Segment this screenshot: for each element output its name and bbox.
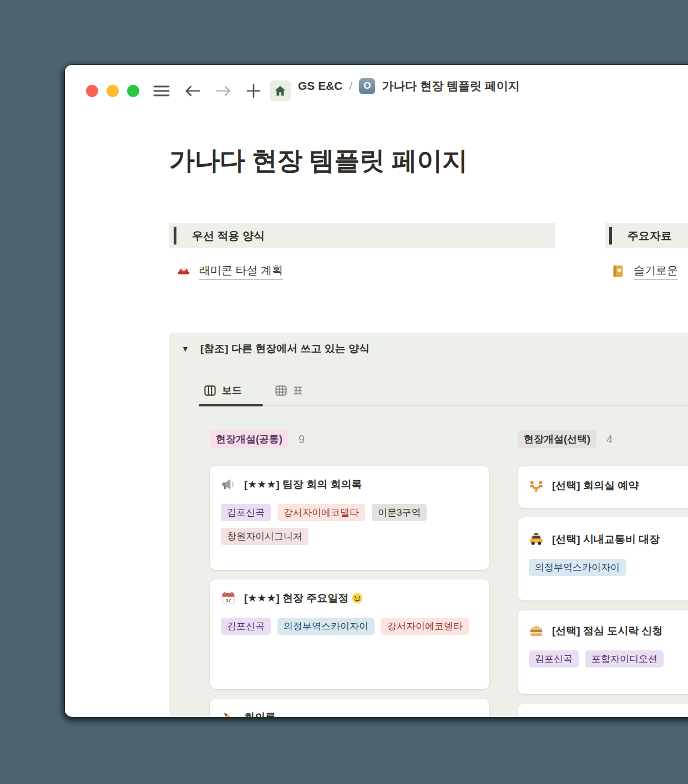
card-title: 회의록	[244, 710, 276, 717]
tag: 김포신곡	[221, 504, 271, 521]
sandwich-icon	[529, 623, 544, 638]
card-team-meeting-minutes[interactable]: [★★★] 팀장 회의 회의록 김포신곡 강서자이에코델타 이문3구역 창원자이…	[210, 466, 489, 570]
card-title: [선택] 시내교통비 대장	[552, 532, 660, 547]
breadcrumb-workspace[interactable]: GS E&C	[298, 79, 343, 93]
forward-button[interactable]	[215, 82, 232, 100]
grinning-face-emoji	[351, 592, 363, 604]
card-tags: 김포신곡 포항자이디오션	[529, 650, 688, 668]
plus-icon	[246, 84, 261, 98]
taxi-icon	[529, 532, 544, 547]
board-view-icon	[204, 384, 216, 397]
new-tab-button[interactable]	[245, 82, 262, 100]
quote-bar	[609, 227, 612, 245]
sidebar-menu-button[interactable]	[153, 82, 170, 100]
toggle-row[interactable]: ▼ [참조] 다른 현장에서 쓰고 있는 양식	[176, 339, 370, 358]
tab-table-view[interactable]: 표	[275, 384, 303, 397]
breadcrumb-page-title[interactable]: 가나다 현장 템플릿 페이지	[382, 78, 520, 94]
column-card-count: 9	[299, 433, 305, 446]
doc-link-remicon-plan[interactable]: 래미콘 타설 계획	[176, 261, 283, 281]
calendar-icon: 17	[221, 590, 236, 605]
tab-label: 표	[293, 384, 303, 397]
tag: 의정부역스카이자이	[529, 559, 626, 576]
card-site-key-schedule[interactable]: 17 [★★★] 현장 주요일정	[210, 579, 489, 689]
quote-bar	[174, 227, 176, 245]
board-column-header-common: 현장개설(공통) 9	[210, 430, 305, 448]
page-icon[interactable]: O	[359, 78, 375, 94]
table-view-icon	[275, 384, 287, 397]
ledger-icon	[610, 264, 625, 279]
tab-label: 보드	[222, 384, 242, 397]
home-button[interactable]	[270, 80, 291, 101]
hamburger-icon	[153, 84, 170, 98]
card-title: [★★★] 팀장 회의 회의록	[244, 477, 362, 492]
tag: 포항자이디오션	[585, 650, 664, 668]
callout-heading: 우선 적용 양식	[192, 228, 265, 243]
app-window: GS E&C / O 가나다 현장 템플릿 페이지 가나다 현장 템플릿 페이지…	[65, 65, 688, 717]
minimize-window-button[interactable]	[107, 85, 119, 97]
back-button[interactable]	[184, 82, 201, 100]
card-meeting-minutes[interactable]: 회의록	[210, 699, 489, 717]
tag: 이문3구역	[372, 504, 427, 521]
close-window-button[interactable]	[86, 85, 98, 97]
tab-board-view[interactable]: 보드	[204, 384, 242, 397]
card-title: [선택] 회의실 예약	[552, 478, 639, 493]
tag: 강서자이에코델타	[381, 618, 469, 635]
svg-text:17: 17	[226, 598, 231, 603]
column-group-chip[interactable]: 현장개설(공통)	[210, 430, 289, 448]
card-tags: 김포신곡 의정부역스카이자이 강서자이에코델타	[221, 618, 478, 635]
card-title: [선택] 점심 도시락 신청	[552, 624, 663, 638]
card-meeting-room-booking[interactable]: [선택] 회의실 예약	[518, 466, 688, 508]
desktop-background: { "colors": { "desktop_bg": "#4c646f", "…	[0, 0, 688, 784]
card-tags: 김포신곡 강서자이에코델타 이문3구역 창원자이시그니처	[221, 504, 478, 545]
doc-link-label[interactable]: 래미콘 타설 계획	[199, 263, 283, 280]
zoom-window-button[interactable]	[127, 85, 139, 97]
card-lunchbox-request[interactable]: [선택] 점심 도시락 신청 김포신곡 포항자이디오션	[518, 610, 688, 694]
doc-link-wise[interactable]: 슬기로운	[610, 261, 678, 281]
back-arrow-icon	[185, 84, 200, 98]
tag: 창원자이시그니처	[221, 528, 308, 545]
tag: 의정부역스카이자이	[277, 618, 375, 635]
callout-heading: 주요자료	[628, 228, 672, 243]
breadcrumb: GS E&C / O 가나다 현장 템플릿 페이지	[298, 65, 520, 107]
tag: 김포신곡	[221, 618, 271, 635]
board-column-common: [★★★] 팀장 회의 회의록 김포신곡 강서자이에코델타 이문3구역 창원자이…	[210, 466, 489, 717]
meeting-icon	[529, 478, 544, 493]
column-group-chip[interactable]: 현장개설(선택)	[518, 430, 596, 448]
window-topbar: GS E&C / O 가나다 현장 템플릿 페이지	[65, 65, 688, 107]
doc-link-label[interactable]: 슬기로운	[634, 263, 678, 280]
board-column-optional: [선택] 회의실 예약 [선택] 시내	[518, 466, 688, 717]
toggle-collapse-button[interactable]: ▼	[176, 339, 195, 358]
card-tags: 의정부역스카이자이	[529, 559, 688, 576]
toggle-block-reference-forms: ▼ [참조] 다른 현장에서 쓰고 있는 양식 보드 표	[169, 333, 688, 717]
home-icon	[274, 84, 287, 98]
tabs-divider	[199, 405, 688, 406]
pencil-icon	[221, 710, 236, 717]
helmet-icon	[176, 264, 191, 279]
board-column-header-optional: 현장개설(선택) 4	[518, 430, 613, 448]
triangle-down-icon: ▼	[181, 344, 189, 353]
forward-arrow-icon	[216, 84, 231, 98]
card-title: [★★★] 현장 주요일정	[244, 591, 363, 605]
column-card-count: 4	[606, 433, 613, 446]
tag: 김포신곡	[529, 650, 579, 668]
card-clipped[interactable]: [선택]	[518, 704, 688, 717]
breadcrumb-separator: /	[350, 79, 353, 93]
page-title: 가나다 현장 템플릿 페이지	[169, 144, 467, 178]
callout-priority-forms: 우선 적용 양식	[169, 223, 555, 248]
card-city-transport-ledger[interactable]: [선택] 시내교통비 대장 의정부역스카이자이	[518, 517, 688, 600]
toggle-label[interactable]: [참조] 다른 현장에서 쓰고 있는 양식	[200, 342, 370, 356]
callout-key-materials: 주요자료	[605, 223, 688, 248]
loudspeaker-icon	[221, 477, 236, 492]
tag: 강서자이에코델타	[277, 504, 365, 521]
